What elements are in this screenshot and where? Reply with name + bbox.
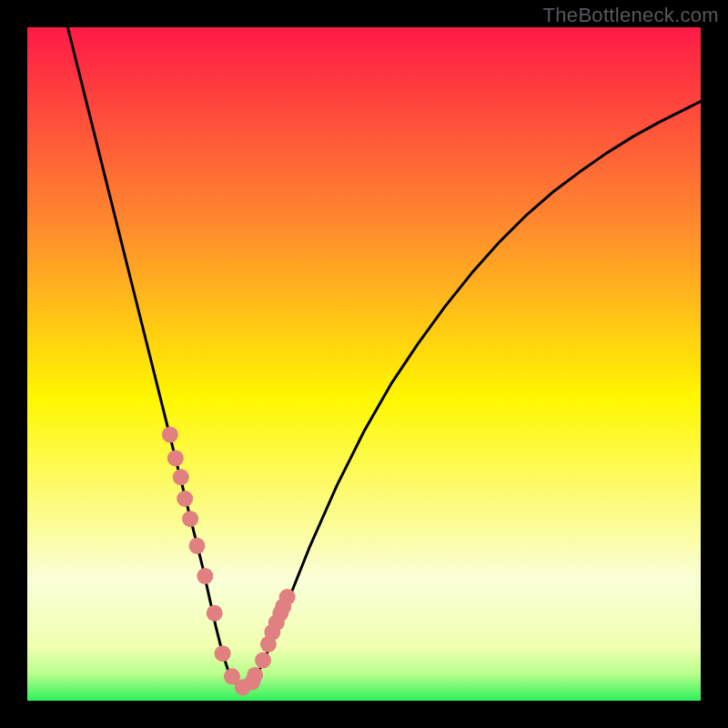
watermark-text: TheBottleneck.com: [543, 4, 719, 27]
curve-marker: [207, 605, 223, 622]
curve-marker: [255, 652, 271, 669]
curve-marker: [279, 589, 296, 605]
curve-marker: [167, 450, 184, 467]
curve-marker: [177, 490, 193, 507]
bottleneck-chart: [0, 0, 728, 728]
curve-marker: [197, 568, 213, 584]
curve-marker: [188, 538, 205, 554]
curve-marker: [215, 645, 231, 662]
curve-marker: [173, 469, 189, 485]
curve-marker: [162, 427, 178, 443]
curve-marker: [182, 511, 198, 527]
curve-marker: [247, 667, 263, 683]
chart-container: TheBottleneck.com: [0, 0, 728, 728]
plot-background: [27, 27, 701, 701]
